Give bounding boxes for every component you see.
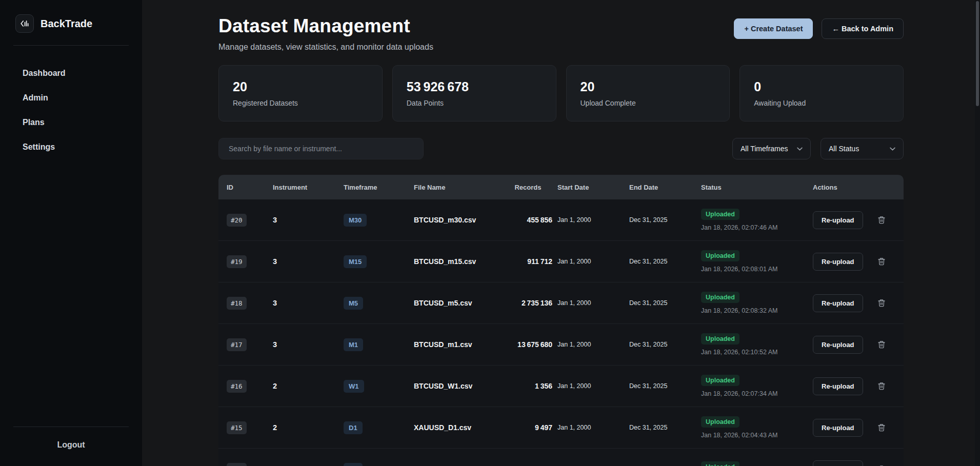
stat-label: Awaiting Upload [754, 99, 889, 107]
table-row: #15 2 D1 XAUUSD_D1.csv 9 497 Jan 1, 2000… [218, 407, 904, 449]
cell-end-date: Dec 31, 2025 [629, 258, 701, 265]
table-row: #18 3 M5 BTCUSD_m5.csv 2 735 136 Jan 1, … [218, 282, 904, 324]
reupload-button[interactable]: Re-upload [813, 377, 863, 395]
sidebar-item-settings[interactable]: Settings [0, 135, 142, 159]
stat-value: 53 926 678 [407, 79, 542, 94]
timeframe-badge: M5 [344, 297, 363, 310]
cell-file-name: BTCUSD_m30.csv [414, 216, 498, 224]
cell-id: #17 [227, 338, 273, 351]
search-input[interactable] [218, 138, 424, 159]
cell-status: Uploaded Jan 18, 2026, 02:08:01 AM [701, 250, 813, 273]
stat-label: Registered Datasets [233, 99, 368, 107]
scrollbar-thumb[interactable] [976, 1, 979, 106]
status-badge: Uploaded [701, 209, 739, 220]
stat-label: Upload Complete [581, 99, 716, 107]
upload-timestamp: Jan 18, 2026, 02:07:34 AM [701, 390, 813, 397]
stat-card-registered-datasets: 20 Registered Datasets [218, 65, 383, 121]
cell-timeframe: W1 [344, 380, 414, 393]
sidebar-footer: Logout [0, 427, 142, 466]
brand-name: BackTrade [41, 18, 92, 30]
cell-timeframe: M15 [344, 255, 414, 268]
cell-timeframe: H4 [344, 463, 414, 466]
logout-button[interactable]: Logout [0, 427, 142, 453]
column-header-timeframe: Timeframe [344, 184, 414, 191]
id-badge: #17 [227, 338, 247, 351]
cell-records: 2 735 136 [498, 299, 557, 307]
timeframe-badge: M15 [344, 255, 367, 268]
trash-icon[interactable] [877, 340, 886, 349]
sidebar-item-admin[interactable]: Admin [0, 86, 142, 110]
status-badge: Uploaded [701, 375, 739, 386]
page-title: Dataset Management [218, 15, 433, 37]
sidebar-nav: Dashboard Admin Plans Settings [0, 46, 142, 427]
status-badge: Uploaded [701, 416, 739, 428]
upload-timestamp: Jan 18, 2026, 02:07:46 AM [701, 224, 813, 231]
brand: BackTrade [0, 0, 142, 45]
timeframe-badge: H4 [344, 463, 363, 466]
cell-status: Uploaded Jan 18, 2026, 02:04:43 AM [701, 416, 813, 439]
cell-instrument: 3 [273, 216, 344, 224]
stat-value: 20 [233, 79, 368, 94]
cell-status: Uploaded Jan 18, 2026, 02:07:46 AM [701, 209, 813, 231]
trash-icon[interactable] [877, 299, 886, 307]
cell-end-date: Dec 31, 2025 [629, 341, 701, 348]
reupload-button[interactable]: Re-upload [813, 211, 863, 229]
upload-timestamp: Jan 18, 2026, 02:08:32 AM [701, 307, 813, 314]
timeframe-filter[interactable]: All Timeframes [732, 138, 811, 159]
cell-end-date: Dec 31, 2025 [629, 424, 701, 431]
stat-value: 20 [581, 79, 716, 94]
filter-selects: All Timeframes All Status [732, 138, 904, 159]
cell-actions: Re-upload [813, 460, 895, 466]
cell-records: 1 356 [498, 382, 557, 390]
cell-file-name: XAUUSD_D1.csv [414, 423, 498, 432]
cell-end-date: Dec 31, 2025 [629, 382, 701, 390]
cell-status: Uploaded Jan 18, 2026, 02:07:34 AM [701, 375, 813, 397]
sidebar-item-plans[interactable]: Plans [0, 110, 142, 135]
cell-timeframe: M30 [344, 214, 414, 227]
cell-id: #15 [227, 421, 273, 434]
cell-id: #16 [227, 380, 273, 393]
trash-icon[interactable] [877, 423, 886, 432]
cell-id: #18 [227, 297, 273, 310]
cell-records: 911 712 [498, 257, 557, 266]
reupload-button[interactable]: Re-upload [813, 336, 863, 354]
timeframe-badge: W1 [344, 380, 364, 393]
trash-icon[interactable] [877, 382, 886, 390]
create-dataset-button[interactable]: + Create Dataset [734, 18, 813, 39]
status-filter[interactable]: All Status [821, 138, 904, 159]
reupload-button[interactable]: Re-upload [813, 294, 863, 312]
column-header-records: Records [498, 184, 557, 191]
scrollbar [975, 0, 980, 466]
id-badge: #14 [227, 463, 247, 466]
cell-file-name: BTCUSD_m5.csv [414, 299, 498, 307]
cell-records: 455 856 [498, 216, 557, 224]
table-row: #20 3 M30 BTCUSD_m30.csv 455 856 Jan 1, … [218, 199, 904, 241]
cell-id: #19 [227, 255, 273, 268]
sidebar-item-dashboard[interactable]: Dashboard [0, 61, 142, 86]
cell-end-date: Dec 31, 2025 [629, 216, 701, 224]
cell-timeframe: D1 [344, 421, 414, 434]
stat-card-awaiting-upload: 0 Awaiting Upload [739, 65, 904, 121]
cell-actions: Re-upload [813, 211, 895, 229]
cell-start-date: Jan 1, 2000 [557, 382, 629, 390]
cell-instrument: 3 [273, 299, 344, 307]
reupload-button[interactable]: Re-upload [813, 253, 863, 271]
reupload-button[interactable]: Re-upload [813, 460, 863, 466]
cell-status: Uploaded Jan 18, 2026, 02:08:32 AM [701, 292, 813, 314]
table-row: #16 2 W1 BTCUSD_W1.csv 1 356 Jan 1, 2000… [218, 366, 904, 407]
trash-icon[interactable] [877, 216, 886, 224]
column-header-end-date: End Date [629, 184, 701, 191]
cell-start-date: Jan 1, 2000 [557, 299, 629, 307]
reupload-button[interactable]: Re-upload [813, 419, 863, 437]
trash-icon[interactable] [877, 257, 886, 266]
column-header-instrument: Instrument [273, 184, 344, 191]
back-to-admin-button[interactable]: ← Back to Admin [822, 18, 904, 39]
cell-actions: Re-upload [813, 294, 895, 312]
column-header-status: Status [701, 184, 813, 191]
sidebar: BackTrade Dashboard Admin Plans Settings… [0, 0, 142, 466]
cell-actions: Re-upload [813, 419, 895, 437]
id-badge: #16 [227, 380, 247, 393]
cell-status: Uploaded Jan 18, 2026, 02:10:52 AM [701, 333, 813, 356]
status-badge: Uploaded [701, 461, 739, 466]
stat-card-data-points: 53 926 678 Data Points [392, 65, 556, 121]
